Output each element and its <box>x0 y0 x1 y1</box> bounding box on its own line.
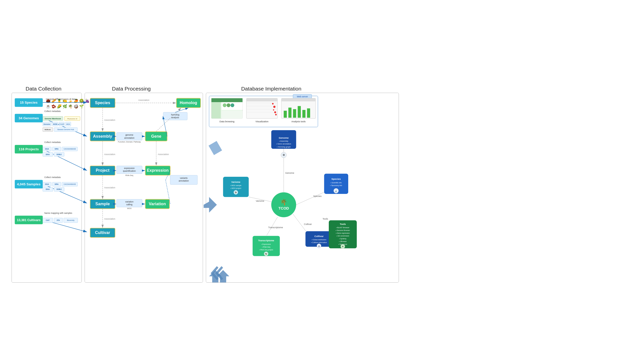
iaea-text: IAEA <box>66 123 70 125</box>
tools-connection-label: Tools <box>323 218 328 220</box>
title-data-processing: Data Processing <box>112 86 151 92</box>
homolog-node-text: Homolog <box>180 100 197 105</box>
variation-calling-text2: calling <box>126 203 133 206</box>
cultivar-connection-label: Cultivar <box>304 223 312 225</box>
middle-panel-border <box>85 93 203 282</box>
iita-text: IITA <box>57 219 60 221</box>
bioversity-text: Bioversity <box>67 219 75 221</box>
homolog-analysis-text2: analysis <box>171 116 179 119</box>
species-tcod-line <box>296 192 324 205</box>
ciat-text: CIAT <box>46 219 50 221</box>
species-orbit-title: Species <box>331 178 341 180</box>
ena2-text: ENA <box>46 188 50 190</box>
genomes-arrow-line <box>43 118 87 136</box>
analysis-tools-label: Analysis tools <box>291 120 306 123</box>
genome-line-icon: ⚙ <box>283 154 285 156</box>
variome-icon: 🦅 <box>235 191 237 194</box>
transcriptome-orbit-title: Transcriptome <box>258 239 274 242</box>
samples-label: 4,045 Samples <box>17 182 40 186</box>
gene-expression-assoc: Association <box>158 153 169 156</box>
transcriptome-connection-label: Transcriptome <box>268 226 283 229</box>
genomes-label: 34 Genomes <box>19 116 39 120</box>
transcriptome-icon: 🦅 <box>265 253 268 255</box>
tcod-label: TCOD <box>278 206 289 210</box>
tools-bullet6: • JBrowse <box>339 241 346 242</box>
variome-bullet2: • WGS project <box>230 187 241 189</box>
big-blue-arrow <box>209 138 227 155</box>
tools-bullet2: • Genome Browser <box>336 229 350 231</box>
samples-arrow-text: Collect metadata <box>44 176 61 179</box>
db-sidebar <box>211 102 221 119</box>
tcod-icon: 🌴 <box>280 199 287 206</box>
right-panel-arrow <box>204 197 217 213</box>
genome-text: Genome <box>44 123 50 125</box>
fruit-icons-2: ☕ 🫘 🌽 🌿 🌴 🥥 🌱 <box>46 104 84 109</box>
variants-annotation-text2: annotation <box>179 180 189 182</box>
genome-annotation-text2: annotation <box>124 137 134 139</box>
expression-quant-text1: expression <box>124 167 135 169</box>
sra2-text: SRA <box>55 183 59 185</box>
visualization-label: Visualization <box>255 120 269 123</box>
cultivar-orbit-bullet1: • Global distribution <box>312 239 327 241</box>
genome-orbit-bullet2: • Gene annotation <box>276 143 291 145</box>
cgiar-text: CGIAR <box>59 123 64 125</box>
sample-node-text: Sample <box>95 201 110 206</box>
cassavabase-text-1: CASSAVABASE <box>64 148 76 150</box>
species-orbit-bullet1: • Scientific info <box>331 182 342 184</box>
title-database-implementation: Database Implementation <box>241 86 301 92</box>
cassavabase2-text: CASSAVABASE <box>64 183 76 185</box>
genomes-arrow-text: Collect metadata <box>44 110 61 112</box>
genome-annotation-text1: genome <box>125 134 133 136</box>
species-arrow-text: Integrate different types of data <box>46 98 76 100</box>
assembly-node-text: Assembly <box>93 134 112 138</box>
main-diagram: Data Collection Data Processing Database… <box>10 20 401 350</box>
plant2 <box>227 103 230 107</box>
species-orbit-bullet2: • Taxonomy info <box>330 185 342 187</box>
analysis-homolog-arrow <box>175 108 188 112</box>
function-domain-text: Function; Domain; Pathway <box>118 141 141 143</box>
transcriptome-bullet1: • Expression <box>261 243 271 245</box>
viz-header <box>246 98 277 101</box>
cultivar-node-text: Cultivar <box>95 230 110 235</box>
projects-arrow-text: Collect metadata <box>44 141 61 143</box>
genome-orbit-title: Genome <box>279 136 289 139</box>
data-browsing-label: Data browsing <box>220 120 235 123</box>
tools-bullet3: • Gene expression <box>336 232 350 234</box>
bar5 <box>302 110 305 118</box>
projects-label: 116 Projects <box>19 147 39 151</box>
tools-bullet1: • BLAST Browser <box>336 227 349 228</box>
bar2 <box>288 108 291 118</box>
scatter-dot2 <box>273 106 276 108</box>
species-label: 15 Species <box>20 101 38 104</box>
wgs-text: WGS <box>127 207 132 210</box>
species-node-text: Species <box>95 100 110 105</box>
gsa-text: GSA <box>45 148 49 150</box>
homolog-analysis-text1: homolog <box>171 113 179 116</box>
cultivar-icon: ⚙ <box>318 245 320 247</box>
species-icon: 🔬 <box>335 190 337 192</box>
sample-cultivar-assoc: Association <box>104 218 115 220</box>
cultivars-arrow-text: Name mapping with samples <box>44 212 72 214</box>
db-main2 <box>222 111 243 119</box>
species-assembly-assoc: Association <box>104 119 115 121</box>
scatter-dot4 <box>274 111 276 113</box>
scatter-dot3 <box>273 109 274 111</box>
species-homolog-assoc: Association <box>138 99 149 101</box>
diagram-container: Data Collection Data Processing Database… <box>5 5 639 335</box>
variome-orbit-title: Variome <box>231 181 240 183</box>
genome-orbit-bullet1: • Assembly <box>279 140 288 142</box>
cultivar-tcod-line <box>293 214 306 231</box>
genome-connection-label: Genome <box>285 172 294 174</box>
tools-bullet5: • Synteny <box>339 238 346 240</box>
bar3 <box>293 109 296 118</box>
project-sample-assoc: Association <box>104 186 115 189</box>
phytozome-text: Phytozome 13 <box>67 118 77 120</box>
variome-bullet1: • WGS sample <box>230 185 241 187</box>
main-container: Data Collection Data Processing Database… <box>0 0 644 351</box>
title-data-collection: Data Collection <box>26 86 62 92</box>
variants-annotation-text1: variants <box>180 177 188 179</box>
rna-seq-text: RNA-Seq <box>125 174 133 177</box>
tools-orbit-title: Tools <box>340 223 346 225</box>
plant3 <box>230 103 234 107</box>
bar4 <box>298 106 301 118</box>
